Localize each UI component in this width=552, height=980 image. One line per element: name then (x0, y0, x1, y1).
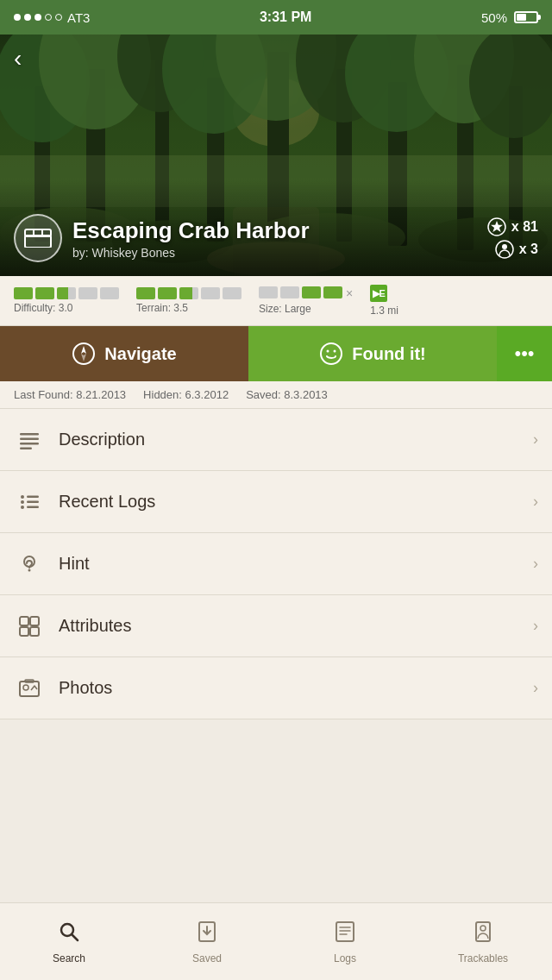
trackables-tab-label: Trackables (458, 952, 508, 964)
hint-label: Hint (59, 554, 533, 574)
svg-marker-40 (81, 354, 86, 361)
hero-image: ‹ Escaping Crab Harbor by: Whiskey Bones (0, 35, 552, 276)
diff-bar-4 (78, 287, 97, 299)
terrain-bar-5 (223, 287, 242, 299)
cache-type-icon (14, 214, 62, 262)
photos-icon (14, 673, 45, 704)
trackables-stat: x 3 (487, 240, 538, 259)
svg-point-48 (21, 495, 24, 499)
star-icon (487, 217, 506, 236)
size-bar-3 (302, 286, 321, 298)
signal-dots (14, 14, 62, 21)
cache-stats: x 81 x 3 (487, 217, 538, 262)
cache-text: Escaping Crab Harbor by: Whiskey Bones (72, 217, 310, 260)
more-button[interactable]: ••• (497, 326, 552, 381)
tab-saved[interactable]: Saved (138, 903, 276, 980)
diff-bar-1 (14, 287, 33, 299)
menu-list: Description › Recent Logs › Hint (0, 409, 552, 719)
status-right: 50% (481, 10, 538, 25)
svg-rect-44 (20, 433, 39, 436)
back-button[interactable]: ‹ (14, 45, 22, 72)
terrain-item: Terrain: 3.5 (136, 287, 242, 314)
hint-menu-item[interactable]: Hint › (0, 533, 552, 595)
tab-bar: Search Saved Logs (0, 902, 552, 980)
size-bar-4 (323, 286, 342, 298)
battery-fill (517, 14, 526, 21)
size-bar-2 (280, 286, 299, 298)
svg-rect-67 (336, 922, 354, 941)
recent-logs-label: Recent Logs (59, 492, 533, 512)
hint-icon (14, 549, 45, 580)
navigate-button[interactable]: Navigate (0, 326, 248, 381)
terrain-bar-3 (179, 287, 198, 299)
dot-4 (45, 14, 52, 21)
trackable-icon (495, 240, 514, 259)
size-x-mark: × (346, 286, 353, 300)
svg-rect-46 (20, 443, 39, 445)
compass-icon (72, 342, 96, 366)
svg-point-55 (28, 569, 31, 571)
svg-rect-57 (20, 627, 28, 636)
terrain-bars (136, 287, 242, 299)
search-icon (57, 920, 81, 949)
cache-title: Escaping Crab Harbor (72, 217, 310, 244)
tab-trackables[interactable]: Trackables (414, 903, 552, 980)
svg-marker-39 (81, 346, 86, 354)
meta-row: Last Found: 8.21.2013 Hidden: 6.3.2012 S… (0, 381, 552, 409)
cache-author: by: Whiskey Bones (72, 246, 310, 260)
trackables-tab-icon (471, 920, 495, 949)
logs-tab-label: Logs (334, 952, 356, 964)
size-label: Size: Large (259, 303, 311, 315)
smiley-icon (319, 342, 343, 366)
photos-label: Photos (59, 678, 533, 698)
description-menu-item[interactable]: Description › (0, 409, 552, 471)
difficulty-item: Difficulty: 3.0 (14, 287, 119, 314)
action-row: Navigate Found it! ••• (0, 326, 552, 381)
svg-point-37 (502, 244, 507, 249)
distance-label: 1.3 mi (370, 305, 398, 317)
recent-logs-chevron: › (533, 493, 538, 511)
svg-rect-49 (27, 495, 39, 498)
battery-icon (514, 11, 538, 23)
description-label: Description (59, 430, 533, 449)
found-it-label: Found it! (352, 344, 426, 364)
tab-search[interactable]: Search (0, 903, 138, 980)
svg-point-72 (480, 926, 486, 931)
battery-percent: 50% (481, 10, 507, 25)
diff-bar-3 (57, 287, 76, 299)
svg-point-42 (327, 350, 329, 353)
saved-icon (195, 920, 219, 949)
diff-bar-5 (100, 287, 119, 299)
status-left: AT3 (14, 10, 90, 25)
difficulty-row: Difficulty: 3.0 Terrain: 3.5 × Size: Lar… (0, 276, 552, 326)
dot-2 (24, 14, 31, 21)
search-tab-label: Search (53, 952, 85, 964)
size-item: × Size: Large (259, 286, 353, 315)
size-bar-1 (259, 286, 278, 298)
svg-point-50 (21, 500, 24, 504)
svg-rect-58 (30, 617, 39, 625)
svg-rect-30 (25, 236, 51, 248)
svg-rect-47 (20, 447, 32, 449)
direction-badge: ▶E (370, 285, 387, 302)
svg-rect-45 (20, 437, 39, 440)
recent-logs-menu-item[interactable]: Recent Logs › (0, 471, 552, 533)
cache-info: Escaping Crab Harbor by: Whiskey Bones (14, 214, 310, 262)
terrain-label: Terrain: 3.5 (136, 302, 188, 314)
svg-point-43 (334, 350, 336, 353)
found-it-button[interactable]: Found it! (248, 326, 497, 381)
photos-menu-item[interactable]: Photos › (0, 657, 552, 719)
svg-marker-35 (491, 221, 503, 232)
status-bar: AT3 3:31 PM 50% (0, 0, 552, 35)
svg-point-52 (21, 506, 24, 509)
attributes-menu-item[interactable]: Attributes › (0, 595, 552, 657)
svg-rect-53 (27, 506, 39, 508)
tab-logs[interactable]: Logs (276, 903, 414, 980)
svg-point-61 (23, 685, 28, 690)
hero-content: Escaping Crab Harbor by: Whiskey Bones x… (14, 214, 538, 262)
logs-tab-icon (333, 920, 357, 949)
difficulty-bars (14, 287, 119, 299)
description-icon (14, 424, 45, 455)
attributes-icon (14, 611, 45, 642)
svg-rect-51 (27, 500, 39, 503)
